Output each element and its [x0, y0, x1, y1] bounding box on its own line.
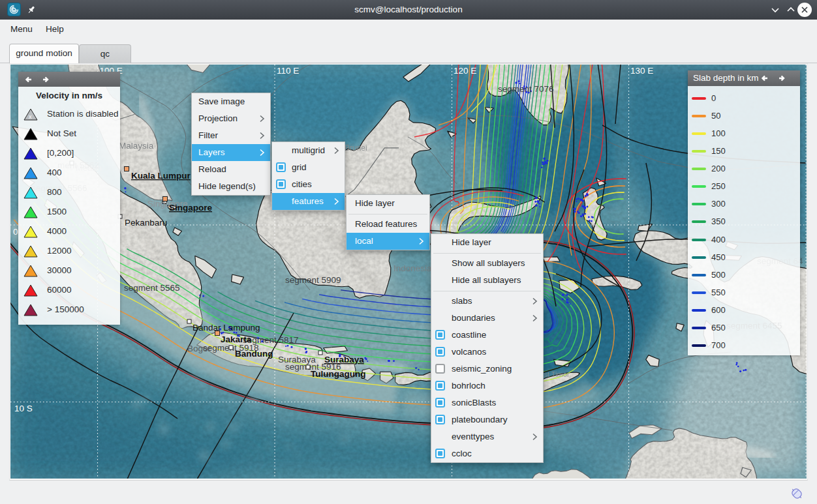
svg-text:Bogor: Bogor — [187, 344, 211, 353]
svg-text:segment 5565: segment 5565 — [124, 283, 180, 293]
svg-text:120 E: 120 E — [454, 66, 476, 76]
svg-text:segment 7076: segment 7076 — [498, 84, 554, 94]
svg-text:Bandung: Bandung — [235, 349, 273, 359]
svg-text:0: 0 — [13, 227, 18, 237]
svg-text:Bandar Lampung: Bandar Lampung — [193, 323, 260, 333]
svg-text:Jakarta: Jakarta — [221, 334, 252, 344]
svg-text:Malaysia: Malaysia — [119, 141, 154, 151]
svg-text:10 S: 10 S — [14, 404, 33, 413]
svg-text:Pekanbaru: Pekanbaru — [125, 218, 167, 228]
svg-text:130 E: 130 E — [630, 66, 653, 76]
svg-text:Kuala Lumpur: Kuala Lumpur — [131, 171, 191, 181]
svg-text:Singapore: Singapore — [169, 203, 213, 213]
svg-text:x: x — [29, 113, 32, 120]
svg-text:Surabaya: Surabaya — [324, 355, 364, 364]
svg-text:Tulungagung: Tulungagung — [311, 369, 365, 379]
svg-text:110 E: 110 E — [277, 66, 299, 76]
svg-text:Surabaya: Surabaya — [278, 355, 316, 364]
svg-text:Brunei: Brunei — [345, 143, 367, 153]
svg-text:Indonesia: Indonesia — [393, 263, 432, 273]
svg-text:segment 5909: segment 5909 — [285, 275, 341, 285]
